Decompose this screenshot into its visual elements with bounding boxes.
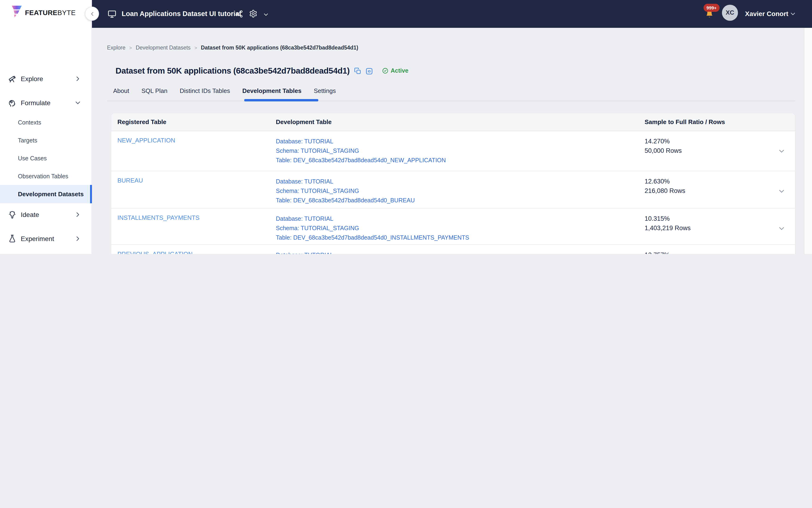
sample-ratio-cell: 14.270% 50,000 Rows	[645, 137, 682, 156]
featurebyte-wordmark: FEATUREBYTE	[25, 9, 76, 16]
expand-chevron-icon[interactable]	[777, 147, 785, 155]
chevron-down-icon	[74, 99, 82, 107]
chevron-right-icon	[74, 75, 82, 83]
table-link[interactable]: Table: DEV_68ca3be542d7bad8dead54d0_BURE…	[276, 196, 415, 205]
registered-table-link[interactable]: PREVIOUS_APPLICATION	[118, 250, 193, 254]
table-row-previous-application: PREVIOUS_APPLICATION Database: TUTORIAL …	[111, 244, 795, 254]
featurebyte-logo[interactable]: FEATUREBYTE	[11, 5, 76, 20]
title-row: Dataset from 50K applications (68ca3be54…	[116, 66, 408, 76]
breadcrumb-separator: >	[129, 45, 132, 50]
sidebar-collapse-button[interactable]	[85, 7, 99, 21]
table-link[interactable]: Table: DEV_68ca3be542d7bad8dead54d0_NEW_…	[276, 156, 446, 165]
database-link[interactable]: Database: TUTORIAL	[276, 250, 463, 254]
rows-value: 216,080 Rows	[645, 186, 685, 196]
sidebar-item-development-datasets[interactable]: Development Datasets	[0, 185, 92, 199]
table-link[interactable]: Table: DEV_68ca3be542d7bad8dead54d0_INST…	[276, 233, 469, 243]
rows-value: 50,000 Rows	[645, 146, 682, 156]
copy-id-icon[interactable]: ID	[365, 67, 372, 74]
avatar[interactable]: XC	[722, 5, 738, 21]
column-registered-table: Registered Table	[118, 113, 167, 131]
breadcrumb: Explore > Development Datasets > Dataset…	[107, 45, 358, 50]
schema-link[interactable]: Schema: TUTORIAL_STAGING	[276, 186, 415, 196]
ratio-value: 13.757%	[645, 250, 685, 254]
sidebar-item-targets[interactable]: Targets	[0, 133, 92, 147]
sidebar-item-formulate[interactable]: Formulate	[0, 96, 92, 110]
copy-icon[interactable]	[354, 67, 361, 74]
app-window: FEATUREBYTE Explore Formulate	[0, 0, 812, 254]
registered-table-link[interactable]: INSTALLMENTS_PAYMENTS	[118, 214, 199, 221]
chevron-down-icon[interactable]	[790, 10, 797, 17]
breadcrumb-separator: >	[194, 45, 197, 50]
table-header: Registered Table Development Table Sampl…	[111, 113, 795, 131]
flask-icon	[7, 234, 17, 243]
database-link[interactable]: Database: TUTORIAL	[276, 214, 469, 223]
featurebyte-logo-icon	[11, 5, 22, 20]
sample-ratio-cell: 13.757% 229,715 Rows	[645, 250, 685, 254]
page-scrollbar[interactable]	[804, 28, 812, 254]
table-row-new-application: NEW_APPLICATION Database: TUTORIAL Schem…	[111, 131, 795, 171]
tab-development-tables[interactable]: Development Tables	[242, 87, 302, 96]
page-title: Dataset from 50K applications (68ca3be54…	[116, 66, 350, 76]
development-tables-card: Registered Table Development Table Sampl…	[111, 113, 796, 254]
user-name[interactable]: Xavier Conort	[745, 0, 788, 28]
database-link[interactable]: Database: TUTORIAL	[276, 177, 415, 186]
development-table-links: Database: TUTORIAL Schema: TUTORIAL_STAG…	[276, 250, 463, 254]
rows-value: 1,403,219 Rows	[645, 223, 690, 233]
head-gear-icon	[7, 98, 17, 108]
chevron-down-icon[interactable]	[263, 11, 269, 18]
sidebar-item-explore[interactable]: Explore	[0, 72, 92, 86]
development-table-links: Database: TUTORIAL Schema: TUTORIAL_STAG…	[276, 214, 469, 243]
workspace-title[interactable]: Loan Applications Dataset UI tutorial	[122, 0, 241, 28]
chevron-right-icon	[74, 235, 82, 243]
tab-about[interactable]: About	[113, 87, 129, 96]
expand-chevron-icon[interactable]	[777, 224, 785, 232]
monitor-icon	[107, 9, 117, 18]
active-tab-indicator	[244, 99, 318, 101]
expand-chevron-icon[interactable]	[777, 187, 785, 195]
breadcrumb-explore[interactable]: Explore	[107, 45, 126, 50]
schema-link[interactable]: Schema: TUTORIAL_STAGING	[276, 146, 446, 156]
table-row-installments-payments: INSTALLMENTS_PAYMENTS Database: TUTORIAL…	[111, 208, 795, 244]
breadcrumb-current: Dataset from 50K applications (68ca3be54…	[201, 45, 358, 50]
sidebar-item-observation-tables[interactable]: Observation Tables	[0, 169, 92, 183]
breadcrumb-development-datasets[interactable]: Development Datasets	[136, 45, 191, 50]
sidebar: FEATUREBYTE Explore Formulate	[0, 0, 92, 254]
status-badge: Active	[382, 68, 408, 74]
page-tabs: About SQL Plan Distinct IDs Tables Devel…	[113, 87, 336, 96]
sidebar-item-experiment[interactable]: Experiment	[0, 231, 92, 246]
main-content: Explore > Development Datasets > Dataset…	[92, 28, 812, 254]
lightbulb-icon	[7, 210, 17, 219]
column-development-table: Development Table	[276, 113, 331, 131]
svg-text:ID: ID	[368, 70, 371, 73]
sample-ratio-cell: 12.630% 216,080 Rows	[645, 177, 685, 196]
ratio-value: 10.315%	[645, 214, 690, 223]
registered-table-link[interactable]: BUREAU	[118, 177, 143, 184]
topbar: Loan Applications Dataset UI tutorial 99…	[92, 0, 812, 28]
column-sample-ratio: Sample to Full Ratio / Rows	[645, 113, 725, 131]
share-icon[interactable]	[235, 10, 243, 18]
database-link[interactable]: Database: TUTORIAL	[276, 137, 446, 146]
development-table-links: Database: TUTORIAL Schema: TUTORIAL_STAG…	[276, 177, 415, 205]
development-table-links: Database: TUTORIAL Schema: TUTORIAL_STAG…	[276, 137, 446, 165]
schema-link[interactable]: Schema: TUTORIAL_STAGING	[276, 223, 469, 233]
ratio-value: 14.270%	[645, 137, 682, 146]
chevron-right-icon	[74, 211, 82, 218]
gear-icon[interactable]	[249, 9, 258, 18]
check-circle-icon	[382, 68, 388, 74]
ratio-value: 12.630%	[645, 177, 685, 186]
tab-distinct-ids-tables[interactable]: Distinct IDs Tables	[180, 87, 230, 96]
sample-ratio-cell: 10.315% 1,403,219 Rows	[645, 214, 690, 233]
registered-table-link[interactable]: NEW_APPLICATION	[118, 137, 175, 144]
notification-badge: 999+	[704, 4, 720, 12]
telescope-icon	[7, 74, 17, 83]
tab-sql-plan[interactable]: SQL Plan	[141, 87, 167, 96]
tab-settings[interactable]: Settings	[314, 87, 336, 96]
sidebar-item-contexts[interactable]: Contexts	[0, 116, 92, 130]
tabs-divider	[107, 100, 796, 101]
sidebar-item-use-cases[interactable]: Use Cases	[0, 152, 92, 166]
table-row-bureau: BUREAU Database: TUTORIAL Schema: TUTORI…	[111, 171, 795, 208]
sidebar-item-ideate[interactable]: Ideate	[0, 208, 92, 222]
